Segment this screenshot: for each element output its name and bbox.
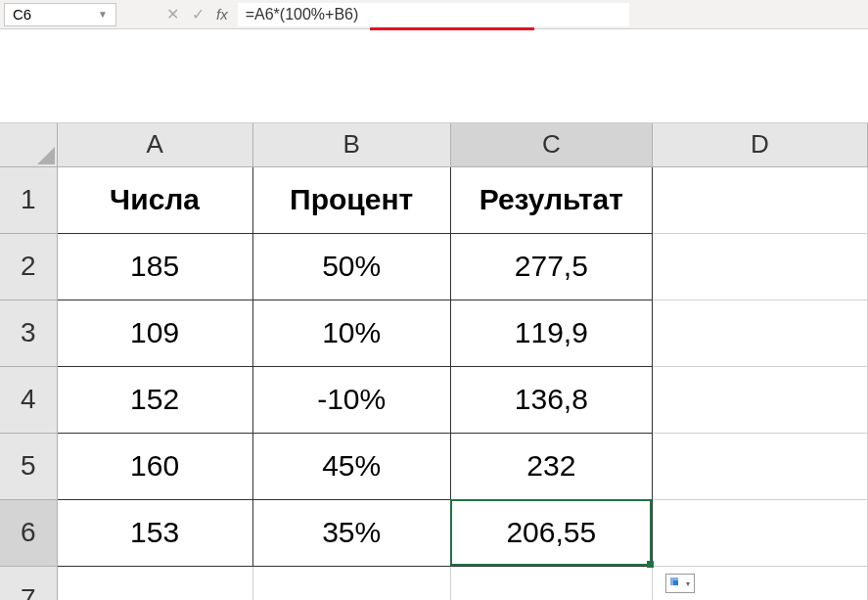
autofill-options-button[interactable]: ▾ bbox=[665, 574, 695, 593]
cell-A6[interactable]: 153 bbox=[57, 499, 252, 566]
formula-bar: C6 ▼ ✕ ✓ fx bbox=[0, 0, 868, 29]
spreadsheet-grid: A B C D 1 Числа Процент Результат 2 185 … bbox=[0, 123, 868, 600]
cell-B7[interactable] bbox=[252, 566, 450, 600]
cell-C7[interactable] bbox=[450, 566, 652, 600]
row-header-4[interactable]: 4 bbox=[0, 366, 57, 433]
cell-C2[interactable]: 277,5 bbox=[450, 233, 652, 300]
table-row: 6 153 35% 206,55 bbox=[0, 499, 868, 566]
formula-section: ✕ ✓ fx bbox=[160, 0, 629, 28]
cell-A2[interactable]: 185 bbox=[57, 233, 252, 300]
cell-B4[interactable]: -10% bbox=[252, 366, 450, 433]
column-header-C[interactable]: C bbox=[450, 123, 652, 166]
column-header-A[interactable]: A bbox=[57, 123, 252, 166]
cell-D1[interactable] bbox=[652, 166, 867, 233]
ribbon-spacer bbox=[0, 29, 868, 123]
cell-B2[interactable]: 50% bbox=[252, 233, 450, 300]
cell-A1[interactable]: Числа bbox=[57, 166, 252, 233]
table-row: 4 152 -10% 136,8 bbox=[0, 366, 868, 433]
table-row: 2 185 50% 277,5 bbox=[0, 233, 868, 300]
row-header-7[interactable]: 7 bbox=[0, 566, 57, 600]
cell-D6[interactable] bbox=[652, 499, 867, 566]
cell-C1[interactable]: Результат bbox=[450, 166, 652, 233]
cell-A3[interactable]: 109 bbox=[57, 300, 252, 366]
name-box-value: C6 bbox=[13, 6, 31, 23]
formula-highlight-underline bbox=[370, 27, 534, 30]
cancel-formula-button[interactable]: ✕ bbox=[160, 3, 185, 26]
cell-A5[interactable]: 160 bbox=[57, 433, 252, 499]
row-header-1[interactable]: 1 bbox=[0, 166, 57, 233]
cell-B5[interactable]: 45% bbox=[252, 433, 450, 499]
cell-C5[interactable]: 232 bbox=[450, 433, 652, 499]
svg-rect-2 bbox=[673, 580, 678, 585]
cell-C4[interactable]: 136,8 bbox=[450, 366, 652, 433]
cell-D3[interactable] bbox=[652, 300, 867, 366]
select-all-corner[interactable] bbox=[0, 123, 57, 166]
column-header-D[interactable]: D bbox=[652, 123, 867, 166]
name-box-dropdown-icon[interactable]: ▼ bbox=[98, 9, 108, 20]
cell-B3[interactable]: 10% bbox=[252, 300, 450, 366]
cell-B1[interactable]: Процент bbox=[252, 166, 450, 233]
cell-A7[interactable] bbox=[57, 566, 252, 600]
enter-formula-button[interactable]: ✓ bbox=[185, 3, 210, 26]
row-header-6[interactable]: 6 bbox=[0, 499, 57, 566]
name-box[interactable]: C6 ▼ bbox=[4, 3, 116, 26]
cell-C3[interactable]: 119,9 bbox=[450, 300, 652, 366]
table-row: 3 109 10% 119,9 bbox=[0, 300, 868, 366]
cell-D5[interactable] bbox=[652, 433, 867, 499]
table-row: 1 Числа Процент Результат bbox=[0, 166, 868, 233]
column-header-B[interactable]: B bbox=[252, 123, 450, 166]
table-row: 5 160 45% 232 bbox=[0, 433, 868, 499]
cell-B6[interactable]: 35% bbox=[252, 499, 450, 566]
row-header-3[interactable]: 3 bbox=[0, 300, 57, 366]
formula-input[interactable] bbox=[238, 3, 629, 26]
cell-D2[interactable] bbox=[652, 233, 867, 300]
table-row: 7 bbox=[0, 566, 868, 600]
column-header-row: A B C D bbox=[0, 123, 868, 166]
row-header-2[interactable]: 2 bbox=[0, 233, 57, 300]
cell-A4[interactable]: 152 bbox=[57, 366, 252, 433]
cell-C6[interactable]: 206,55 bbox=[450, 499, 652, 566]
cell-D4[interactable] bbox=[652, 366, 867, 433]
svg-marker-0 bbox=[37, 147, 55, 164]
fx-icon[interactable]: fx bbox=[216, 6, 228, 23]
row-header-5[interactable]: 5 bbox=[0, 433, 57, 499]
